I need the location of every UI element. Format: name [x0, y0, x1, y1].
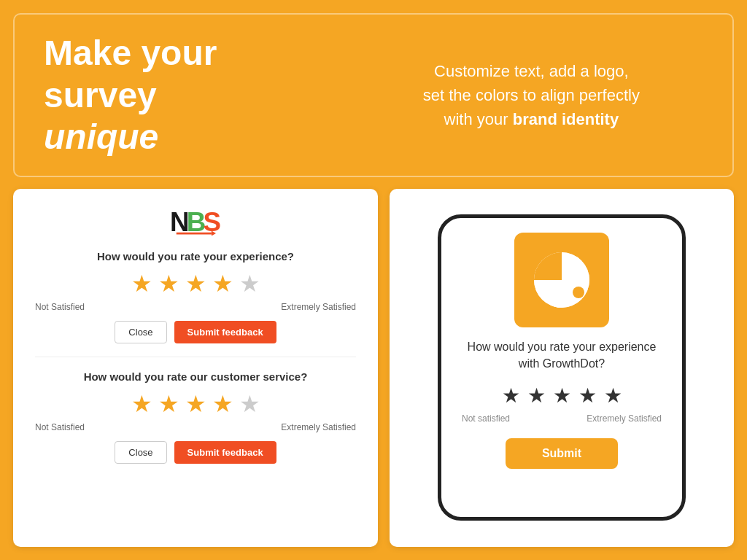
star-2-5[interactable]: ★	[239, 390, 260, 418]
label-extremely-satisfied-1: Extremely Satisfied	[281, 302, 356, 312]
submit-button-1[interactable]: Submit feedback	[174, 321, 276, 343]
buttons-row-2: Close Submit feedback	[35, 441, 356, 464]
stars-row-2[interactable]: ★ ★ ★ ★ ★	[35, 390, 356, 418]
phone-star-2[interactable]: ★	[527, 384, 546, 408]
bottom-row: N B S How would you rate your experience…	[13, 189, 734, 547]
stars-row-1[interactable]: ★ ★ ★ ★ ★	[35, 270, 356, 298]
left-card: N B S How would you rate your experience…	[13, 189, 378, 547]
phone-star-1[interactable]: ★	[502, 384, 520, 408]
banner-left: Make your survey unique	[44, 32, 330, 158]
star-1-2[interactable]: ★	[158, 270, 179, 298]
submit-button-2[interactable]: Submit feedback	[174, 441, 276, 464]
growthdot-logo-box	[514, 233, 609, 327]
star-1-4[interactable]: ★	[212, 270, 233, 298]
phone-label-not-satisfied: Not satisfied	[462, 413, 510, 424]
survey-section-1: How would you rate your experience? ★ ★ …	[35, 250, 356, 343]
phone-satisfaction-labels: Not satisfied Extremely Satisfied	[462, 413, 662, 424]
banner-right: Customize text, add a logo, set the colo…	[360, 59, 703, 131]
right-card: How would you rate your experience with …	[390, 189, 734, 547]
survey-section-2: How would you rate our customer service?…	[35, 370, 356, 464]
banner-line2: survey	[44, 76, 157, 114]
star-1-5[interactable]: ★	[239, 270, 260, 298]
phone-star-3[interactable]: ★	[553, 384, 571, 408]
divider	[35, 357, 356, 357]
banner-line3: unique	[44, 117, 158, 156]
satisfaction-labels-1: Not Satisfied Extremely Satisfied	[35, 302, 356, 312]
buttons-row-1: Close Submit feedback	[35, 321, 356, 343]
growthdot-logo-svg	[529, 247, 595, 313]
star-2-2[interactable]: ★	[158, 390, 179, 418]
phone-question: How would you rate your experience with …	[462, 339, 662, 372]
label-not-satisfied-2: Not Satisfied	[35, 422, 85, 432]
phone-mockup: How would you rate your experience with …	[438, 214, 686, 521]
phone-star-5[interactable]: ★	[604, 384, 622, 408]
survey-question-2: How would you rate our customer service?	[35, 370, 356, 383]
survey-question-1: How would you rate your experience?	[35, 250, 356, 262]
banner-text1: Customize text, add a logo,	[434, 62, 629, 80]
banner-text3: with your	[444, 110, 513, 128]
phone-stars-row[interactable]: ★ ★ ★ ★ ★	[502, 384, 622, 408]
top-banner: Make your survey unique Customize text, …	[13, 13, 734, 177]
svg-point-6	[573, 287, 584, 298]
nbs-logo: N B S	[35, 206, 356, 236]
banner-line1: Make your	[44, 34, 217, 72]
close-button-2[interactable]: Close	[115, 441, 166, 464]
banner-text-bold: brand identity	[513, 110, 619, 128]
star-1-1[interactable]: ★	[131, 270, 152, 298]
phone-label-extremely-satisfied: Extremely Satisfied	[587, 413, 662, 424]
close-button-1[interactable]: Close	[115, 321, 166, 343]
star-2-4[interactable]: ★	[212, 390, 233, 418]
satisfaction-labels-2: Not Satisfied Extremely Satisfied	[35, 422, 356, 432]
star-2-1[interactable]: ★	[131, 390, 152, 418]
banner-text2: set the colors to align perfectly	[423, 86, 640, 104]
star-2-3[interactable]: ★	[185, 390, 206, 418]
label-extremely-satisfied-2: Extremely Satisfied	[281, 422, 356, 432]
star-1-3[interactable]: ★	[185, 270, 206, 298]
phone-star-4[interactable]: ★	[578, 384, 597, 408]
phone-submit-button[interactable]: Submit	[506, 438, 618, 469]
label-not-satisfied-1: Not Satisfied	[35, 302, 85, 312]
